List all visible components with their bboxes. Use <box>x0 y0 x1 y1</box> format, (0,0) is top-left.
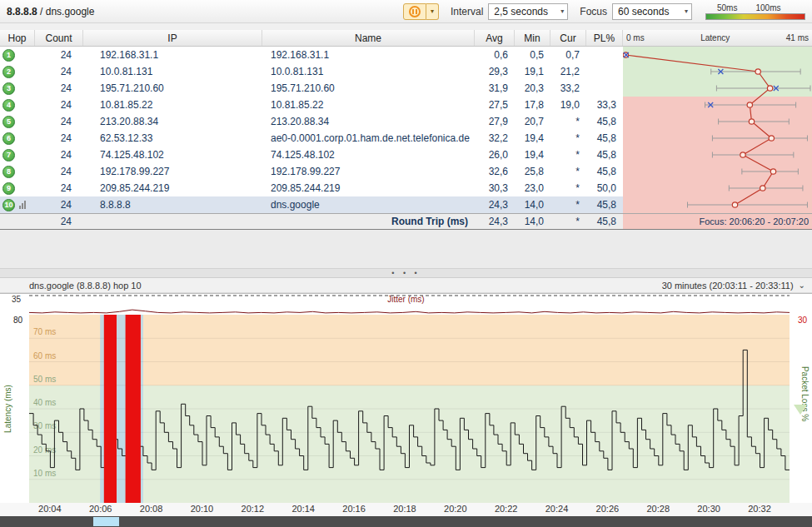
min-cell: 20,7 <box>515 113 550 130</box>
latency-cell <box>623 80 812 97</box>
latency-scale-min: 0 ms <box>626 33 645 42</box>
pl-cell: 45,8 <box>586 196 623 213</box>
ip-cell: 10.0.81.131 <box>83 63 262 80</box>
count-cell: 24 <box>35 180 83 196</box>
cur-cell: 19,0 <box>550 97 586 113</box>
latency-cell <box>623 130 812 147</box>
pl-cell: 45,8 <box>586 130 623 147</box>
col-min[interactable]: Min <box>515 30 550 46</box>
table-row[interactable]: 62462.53.12.33ae0-0.0001.corp.01.ham.de.… <box>0 130 812 147</box>
col-avg[interactable]: Avg <box>475 30 515 46</box>
avg-cell: 24,3 <box>475 196 515 213</box>
dropdown-arrow-icon: ▾ <box>560 7 564 15</box>
col-count[interactable]: Count <box>35 30 83 46</box>
hop-cell: 2 <box>0 63 35 80</box>
cur-cell: 21,2 <box>550 63 586 80</box>
name-cell: ae0-0.0001.corp.01.ham.de.net.telefonica… <box>262 130 475 147</box>
round-trip-avg: 24,3 <box>475 214 515 229</box>
pause-dropdown-button[interactable]: ▾ <box>426 3 439 20</box>
name-cell: 195.71.210.60 <box>262 80 475 97</box>
time-tick-label: 20:26 <box>596 504 620 514</box>
latency-cell <box>623 113 812 130</box>
cur-cell: * <box>550 163 586 180</box>
table-row[interactable]: 824192.178.99.227192.178.99.22732,625,8*… <box>0 163 812 180</box>
pingplotter-window: 8.8.8.8 / dns.google ▾ Interval 2,5 seco… <box>0 0 812 527</box>
time-range-select[interactable]: 30 minutes (20:03:11 - 20:33:11) ⌄ <box>662 281 805 291</box>
hop-number-badge: 10 <box>2 199 15 211</box>
avg-cell: 31,9 <box>475 80 515 97</box>
col-cur[interactable]: Cur <box>550 30 586 46</box>
panel-gap <box>0 230 812 268</box>
count-cell: 24 <box>35 147 83 163</box>
timeline-plot-area[interactable]: 70 ms60 ms50 ms40 ms30 ms20 ms10 ms <box>29 315 790 503</box>
cur-cell: * <box>550 130 586 147</box>
time-tick-label: 20:28 <box>646 504 670 514</box>
min-cell: 19,1 <box>515 63 550 80</box>
min-cell: 25,8 <box>515 163 550 180</box>
pl-cell: 33,3 <box>586 97 623 113</box>
ip-cell: 213.20.88.34 <box>83 113 262 130</box>
hop-cell: 3 <box>0 80 35 97</box>
col-hop[interactable]: Hop <box>0 30 35 46</box>
table-row[interactable]: 72474.125.48.10274.125.48.10226,019,4*45… <box>0 147 812 163</box>
focus-select[interactable]: 60 seconds ▾ <box>612 3 692 20</box>
count-cell: 24 <box>35 80 83 97</box>
latency-gradient-bar <box>705 13 805 20</box>
avg-cell: 29,3 <box>475 63 515 80</box>
round-trip-cur: * <box>550 214 586 229</box>
table-row[interactable]: 124192.168.31.1192.168.31.10,60,50,7 <box>0 47 812 63</box>
latency-column-title: Latency <box>700 33 730 42</box>
count-cell: 24 <box>35 163 83 180</box>
pl-cell <box>586 63 623 80</box>
hop-cell: 1 <box>0 47 35 63</box>
round-trip-row: 24 Round Trip (ms) 24,3 14,0 * 45,8 Focu… <box>0 213 812 230</box>
pl-cell <box>586 47 623 63</box>
avg-cell: 27,5 <box>475 97 515 113</box>
hop-number-badge: 1 <box>2 49 15 62</box>
pause-button[interactable] <box>403 3 426 20</box>
focus-label: Focus <box>580 6 607 17</box>
count-cell: 24 <box>35 47 83 63</box>
table-row[interactable]: 22410.0.81.13110.0.81.13129,319,121,2 <box>0 63 812 80</box>
trace-table: Hop Count IP Name Avg Min Cur PL% 0 ms L… <box>0 30 812 230</box>
count-cell: 24 <box>35 130 83 147</box>
time-tick-label: 20:08 <box>140 504 163 514</box>
latency-cell <box>623 97 812 113</box>
graph-icon <box>19 201 26 209</box>
timeline-scrollbar[interactable] <box>0 516 812 527</box>
pl-cell <box>586 80 623 97</box>
pl-cell: 45,8 <box>586 147 623 163</box>
avg-cell: 32,6 <box>475 163 515 180</box>
pause-icon <box>409 6 421 17</box>
name-cell: 192.178.99.227 <box>262 163 475 180</box>
col-pl[interactable]: PL% <box>586 30 623 46</box>
ip-cell: 74.125.48.102 <box>83 147 262 163</box>
name-cell: 10.81.85.22 <box>262 97 475 113</box>
focus-value: 60 seconds <box>618 6 669 17</box>
splitter-handle[interactable]: • • • <box>0 268 812 278</box>
table-row[interactable]: 324195.71.210.60195.71.210.6031,920,333,… <box>0 80 812 97</box>
min-cell: 20,3 <box>515 80 550 97</box>
scrollbar-thumb[interactable] <box>93 517 119 526</box>
packet-loss-bar <box>104 315 117 503</box>
count-cell: 24 <box>35 113 83 130</box>
latency-scale-legend: 50ms 100ms <box>705 3 805 20</box>
hop-cell: 4 <box>0 97 35 113</box>
table-row[interactable]: 42410.81.85.2210.81.85.2227,517,819,033,… <box>0 97 812 113</box>
table-row[interactable]: 524213.20.88.34213.20.88.3427,920,7*45,8 <box>0 113 812 130</box>
table-row[interactable]: 924209.85.244.219209.85.244.21930,323,0*… <box>0 180 812 196</box>
col-name[interactable]: Name <box>262 30 475 46</box>
cur-cell: * <box>550 180 586 196</box>
hop-cell: 8 <box>0 163 35 180</box>
jitter-axis-max: 35 <box>12 295 21 304</box>
interval-select[interactable]: 2,5 seconds ▾ <box>488 3 568 20</box>
time-tick-label: 20:16 <box>342 504 366 514</box>
avg-cell: 27,9 <box>475 113 515 130</box>
jitter-graph: 35 Jitter (ms) <box>0 293 812 315</box>
time-tick-label: 20:30 <box>697 504 720 514</box>
ip-cell: 8.8.8.8 <box>83 196 262 213</box>
col-ip[interactable]: IP <box>83 30 262 46</box>
ip-cell: 209.85.244.219 <box>83 180 262 196</box>
name-cell: dns.google <box>262 196 475 213</box>
table-row[interactable]: 10248.8.8.8dns.google24,314,0*45,8 <box>0 196 812 213</box>
